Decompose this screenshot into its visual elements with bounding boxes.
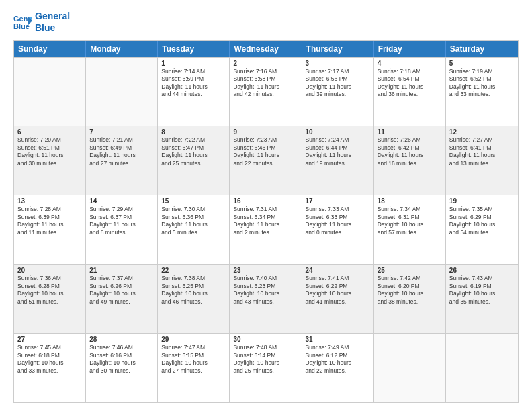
cell-info-line: Sunrise: 7:16 AM	[233, 68, 298, 75]
calendar-day-9: 9Sunrise: 7:23 AMSunset: 6:46 PMDaylight…	[230, 126, 302, 195]
cell-info-line: and 41 minutes.	[306, 298, 370, 306]
cell-info-line: Sunrise: 7:49 AM	[306, 344, 370, 351]
calendar-day-22: 22Sunrise: 7:38 AMSunset: 6:25 PMDayligh…	[158, 265, 230, 333]
cell-info-line: Sunrise: 7:41 AM	[306, 275, 370, 282]
cell-info-line: Sunset: 6:41 PM	[449, 144, 515, 152]
cell-info-line: and 39 minutes.	[306, 91, 370, 98]
day-number: 7	[89, 128, 154, 136]
calendar-day-29: 29Sunrise: 7:47 AMSunset: 6:15 PMDayligh…	[158, 334, 230, 402]
cell-info-line: Daylight: 11 hours	[17, 152, 82, 159]
calendar-day-10: 10Sunrise: 7:24 AMSunset: 6:44 PMDayligh…	[302, 126, 374, 195]
cell-info-line: Sunset: 6:58 PM	[233, 75, 298, 83]
cell-info-line: and 33 minutes.	[17, 367, 82, 375]
calendar-empty-cell	[86, 58, 158, 126]
day-number: 31	[306, 336, 370, 343]
calendar-week-3: 13Sunrise: 7:28 AMSunset: 6:39 PMDayligh…	[14, 195, 518, 264]
day-number: 13	[17, 197, 82, 205]
logo-icon: General Blue	[13, 14, 32, 30]
day-number: 21	[89, 267, 154, 274]
cell-info-line: Sunrise: 7:40 AM	[233, 275, 298, 282]
header-day-tuesday: Tuesday	[158, 41, 230, 57]
cell-info-line: Sunrise: 7:28 AM	[17, 205, 82, 213]
calendar-day-7: 7Sunrise: 7:21 AMSunset: 6:49 PMDaylight…	[86, 126, 158, 195]
cell-info-line: Sunset: 6:47 PM	[161, 144, 226, 152]
cell-info-line: Sunset: 6:52 PM	[449, 75, 515, 83]
cell-info-line: Sunrise: 7:18 AM	[378, 68, 442, 75]
header-day-sunday: Sunday	[14, 41, 86, 57]
cell-info-line: Sunset: 6:20 PM	[378, 283, 442, 290]
cell-info-line: Sunset: 6:26 PM	[89, 283, 154, 290]
day-number: 24	[306, 267, 370, 274]
cell-info-line: Daylight: 10 hours	[306, 359, 370, 367]
cell-info-line: Daylight: 11 hours	[161, 152, 226, 159]
cell-info-line: Sunset: 6:42 PM	[378, 144, 442, 152]
cell-info-line: Daylight: 10 hours	[89, 359, 154, 367]
day-number: 11	[378, 128, 442, 136]
cell-info-line: and 51 minutes.	[17, 298, 82, 306]
cell-info-line: Sunrise: 7:19 AM	[449, 68, 515, 75]
day-number: 4	[378, 60, 442, 67]
cell-info-line: and 57 minutes.	[378, 229, 442, 236]
cell-info-line: Sunrise: 7:22 AM	[161, 136, 226, 144]
cell-info-line: Sunset: 6:46 PM	[233, 144, 298, 152]
day-number: 5	[449, 60, 515, 67]
cell-info-line: Daylight: 10 hours	[378, 221, 442, 228]
cell-info-line: Sunset: 6:36 PM	[161, 214, 226, 221]
day-number: 12	[449, 128, 515, 136]
cell-info-line: Daylight: 11 hours	[306, 83, 370, 91]
day-number: 23	[233, 267, 298, 274]
cell-info-line: Sunset: 6:14 PM	[233, 352, 298, 359]
cell-info-line: Sunrise: 7:21 AM	[89, 136, 154, 144]
calendar-day-19: 19Sunrise: 7:35 AMSunset: 6:29 PMDayligh…	[446, 195, 518, 264]
day-number: 19	[449, 197, 515, 205]
cell-info-line: and 27 minutes.	[89, 160, 154, 167]
cell-info-line: Sunrise: 7:34 AM	[378, 205, 442, 213]
calendar-day-12: 12Sunrise: 7:27 AMSunset: 6:41 PMDayligh…	[446, 126, 518, 195]
calendar-day-27: 27Sunrise: 7:45 AMSunset: 6:18 PMDayligh…	[14, 334, 86, 402]
page: General Blue General Blue SundayMondayTu…	[0, 0, 532, 411]
cell-info-line: Daylight: 10 hours	[89, 290, 154, 298]
cell-info-line: Daylight: 10 hours	[161, 359, 226, 367]
calendar-day-5: 5Sunrise: 7:19 AMSunset: 6:52 PMDaylight…	[446, 58, 518, 126]
cell-info-line: Daylight: 11 hours	[378, 152, 442, 159]
cell-info-line: Sunrise: 7:46 AM	[89, 344, 154, 351]
svg-text:Blue: Blue	[13, 22, 30, 30]
cell-info-line: and 35 minutes.	[449, 298, 515, 306]
day-number: 3	[306, 60, 370, 67]
cell-info-line: Daylight: 10 hours	[449, 290, 515, 298]
header-day-monday: Monday	[86, 41, 158, 57]
cell-info-line: Sunset: 6:44 PM	[306, 144, 370, 152]
cell-info-line: and 30 minutes.	[89, 367, 154, 375]
calendar-day-28: 28Sunrise: 7:46 AMSunset: 6:16 PMDayligh…	[86, 334, 158, 402]
cell-info-line: Daylight: 11 hours	[306, 221, 370, 228]
day-number: 15	[161, 197, 226, 205]
cell-info-line: Sunset: 6:31 PM	[378, 214, 442, 221]
cell-info-line: Sunrise: 7:14 AM	[161, 68, 226, 75]
calendar-header: SundayMondayTuesdayWednesdayThursdayFrid…	[14, 41, 518, 57]
calendar-day-13: 13Sunrise: 7:28 AMSunset: 6:39 PMDayligh…	[14, 195, 86, 264]
calendar-day-18: 18Sunrise: 7:34 AMSunset: 6:31 PMDayligh…	[374, 195, 446, 264]
day-number: 30	[233, 336, 298, 343]
calendar-week-2: 6Sunrise: 7:20 AMSunset: 6:51 PMDaylight…	[14, 126, 518, 195]
cell-info-line: Sunrise: 7:38 AM	[161, 275, 226, 282]
cell-info-line: Daylight: 11 hours	[89, 152, 154, 159]
cell-info-line: Sunset: 6:19 PM	[449, 283, 515, 290]
cell-info-line: Sunset: 6:22 PM	[306, 283, 370, 290]
cell-info-line: Sunrise: 7:29 AM	[89, 205, 154, 213]
cell-info-line: and 0 minutes.	[306, 229, 370, 236]
cell-info-line: Daylight: 11 hours	[161, 83, 226, 91]
cell-info-line: Sunset: 6:25 PM	[161, 283, 226, 290]
calendar-day-20: 20Sunrise: 7:36 AMSunset: 6:28 PMDayligh…	[14, 265, 86, 333]
cell-info-line: Sunrise: 7:48 AM	[233, 344, 298, 351]
cell-info-line: Sunset: 6:16 PM	[89, 352, 154, 359]
calendar-empty-cell	[374, 334, 446, 402]
calendar-day-30: 30Sunrise: 7:48 AMSunset: 6:14 PMDayligh…	[230, 334, 302, 402]
calendar-day-26: 26Sunrise: 7:43 AMSunset: 6:19 PMDayligh…	[446, 265, 518, 333]
cell-info-line: Sunrise: 7:24 AM	[306, 136, 370, 144]
cell-info-line: and 42 minutes.	[233, 91, 298, 98]
cell-info-line: Sunset: 6:56 PM	[306, 75, 370, 83]
cell-info-line: Daylight: 10 hours	[161, 290, 226, 298]
logo-text-general: General	[35, 11, 70, 22]
cell-info-line: and 44 minutes.	[161, 91, 226, 98]
calendar-week-4: 20Sunrise: 7:36 AMSunset: 6:28 PMDayligh…	[14, 264, 518, 333]
